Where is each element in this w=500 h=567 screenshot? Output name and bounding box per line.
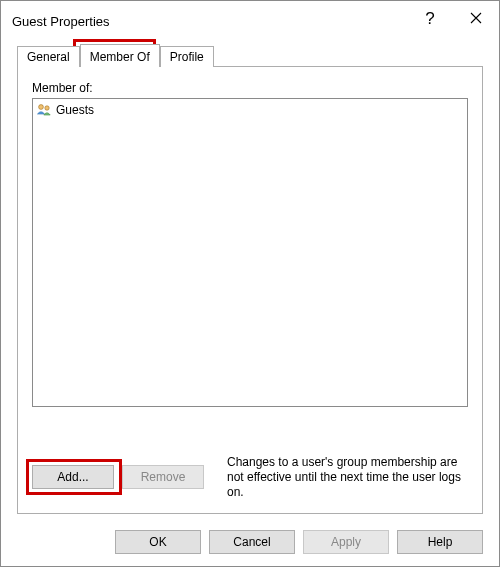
titlebar-buttons: ? — [407, 1, 499, 41]
close-icon — [470, 11, 482, 26]
list-item-label: Guests — [56, 103, 94, 117]
svg-point-0 — [39, 105, 44, 110]
add-button[interactable]: Add... — [32, 465, 114, 489]
group-icon — [36, 102, 52, 118]
tab-profile[interactable]: Profile — [160, 46, 214, 67]
dialog-footer: OK Cancel Apply Help — [1, 518, 499, 566]
help-button[interactable]: ? — [407, 1, 453, 35]
titlebar: Guest Properties ? — [1, 1, 499, 41]
close-button[interactable] — [453, 1, 499, 35]
member-of-label: Member of: — [32, 81, 468, 95]
tab-member-of[interactable]: Member Of — [80, 44, 160, 67]
tab-footer: Add... Remove Changes to a user's group … — [32, 455, 468, 501]
remove-button: Remove — [122, 465, 204, 489]
ok-button[interactable]: OK — [115, 530, 201, 554]
tab-strip: General Member Of Profile — [17, 43, 483, 67]
tab-body: Member of: Guests Add... — [17, 67, 483, 514]
list-item[interactable]: Guests — [35, 101, 465, 119]
cancel-button[interactable]: Cancel — [209, 530, 295, 554]
svg-point-1 — [45, 106, 49, 110]
apply-button: Apply — [303, 530, 389, 554]
help-icon: ? — [425, 10, 434, 27]
tab-general[interactable]: General — [17, 46, 80, 67]
membership-note: Changes to a user's group membership are… — [227, 455, 468, 500]
help-footer-button[interactable]: Help — [397, 530, 483, 554]
window-title: Guest Properties — [12, 14, 110, 29]
member-of-listbox[interactable]: Guests — [32, 98, 468, 407]
guest-properties-dialog: Guest Properties ? General Member Of Pro… — [0, 0, 500, 567]
